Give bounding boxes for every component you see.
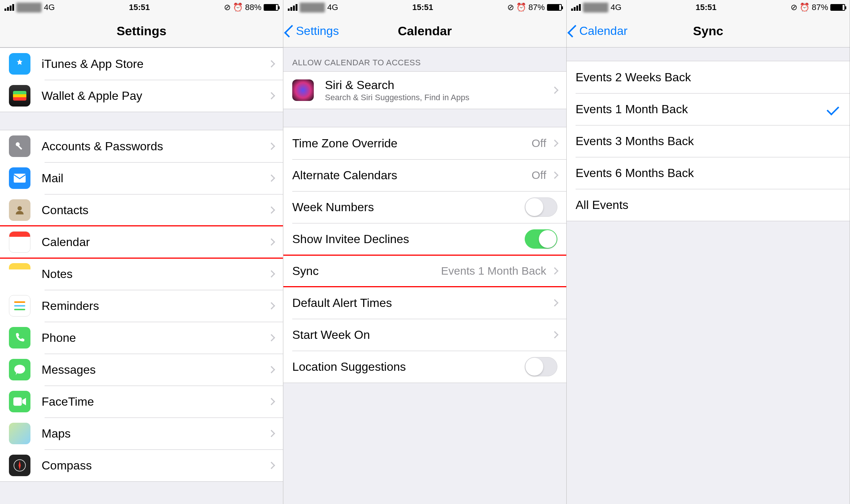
chevron-left-icon [567, 25, 580, 37]
carrier-label: ████ [16, 3, 42, 12]
alarm-icon: ⏰ [516, 3, 526, 12]
chevron-right-icon [268, 430, 275, 437]
location-suggestions-toggle[interactable] [525, 357, 557, 376]
battery-icon [547, 4, 562, 11]
row-reminders[interactable]: Reminders [0, 290, 283, 322]
siri-icon [292, 79, 314, 101]
status-time: 15:51 [696, 3, 716, 12]
row-value: Off [532, 169, 546, 181]
row-label: Default Alert Times [292, 296, 551, 310]
row-label: Week Numbers [292, 200, 525, 214]
option-label: Events 2 Weeks Back [576, 71, 841, 84]
row-subtitle: Search & Siri Suggestions, Find in Apps [325, 93, 551, 102]
row-label: Accounts & Passwords [42, 140, 267, 153]
row-label: Messages [42, 363, 267, 377]
row-label: Alternate Calendars [292, 168, 532, 182]
phone-icon [9, 327, 30, 348]
row-siri-search[interactable]: Siri & Search Search & Siri Suggestions,… [283, 72, 566, 109]
row-label: Compass [42, 459, 267, 472]
option-label: Events 6 Months Back [576, 166, 841, 180]
row-messages[interactable]: Messages [0, 354, 283, 386]
row-start-week-on[interactable]: Start Week On [283, 319, 566, 351]
settings-list[interactable]: iTunes & App Store Wallet & Apple Pay Ac… [0, 48, 283, 504]
row-label: Location Suggestions [292, 360, 525, 374]
row-value: Off [532, 137, 546, 150]
row-label: Sync [292, 264, 441, 278]
screen-settings: ████ 4G 15:51 ⊘ ⏰ 88% Settings iTunes & … [0, 0, 283, 504]
row-calendar[interactable]: Calendar [0, 226, 283, 258]
back-button[interactable]: Settings [283, 24, 339, 38]
back-label: Settings [296, 24, 339, 38]
rotation-lock-icon: ⊘ [224, 3, 231, 12]
row-label: Time Zone Override [292, 137, 532, 150]
row-phone[interactable]: Phone [0, 322, 283, 354]
option-6-months[interactable]: Events 6 Months Back [567, 157, 850, 189]
svg-point-3 [17, 206, 22, 211]
option-all-events[interactable]: All Events [567, 189, 850, 221]
chevron-left-icon [284, 25, 297, 37]
row-default-alert-times[interactable]: Default Alert Times [283, 287, 566, 319]
row-timezone-override[interactable]: Time Zone Override Off [283, 127, 566, 159]
rotation-lock-icon: ⊘ [507, 3, 514, 12]
calendar-settings-list[interactable]: Allow Calendar to Access Siri & Search S… [283, 48, 566, 504]
row-facetime[interactable]: FaceTime [0, 386, 283, 418]
row-alternate-calendars[interactable]: Alternate Calendars Off [283, 159, 566, 191]
row-label: Calendar [42, 235, 267, 249]
checkmark-icon [827, 103, 839, 115]
chevron-right-icon [551, 299, 558, 307]
row-label: Mail [42, 171, 267, 185]
row-itunes-appstore[interactable]: iTunes & App Store [0, 48, 283, 80]
option-2-weeks[interactable]: Events 2 Weeks Back [567, 61, 850, 93]
network-label: 4G [44, 3, 55, 12]
battery-icon [830, 4, 845, 11]
row-contacts[interactable]: Contacts [0, 194, 283, 226]
chevron-right-icon [268, 92, 275, 99]
svg-rect-5 [13, 397, 22, 406]
chevron-right-icon [268, 60, 275, 68]
row-sync[interactable]: Sync Events 1 Month Back [283, 255, 566, 287]
row-mail[interactable]: Mail [0, 162, 283, 194]
chevron-right-icon [268, 206, 275, 214]
signal-icon [571, 4, 581, 11]
row-week-numbers[interactable]: Week Numbers [283, 191, 566, 223]
chevron-right-icon [268, 462, 275, 469]
alarm-icon: ⏰ [233, 3, 243, 12]
row-location-suggestions[interactable]: Location Suggestions [283, 351, 566, 383]
status-bar: ████ 4G 15:51 ⊘ ⏰ 87% [283, 0, 566, 15]
row-maps[interactable]: Maps [0, 418, 283, 449]
row-compass[interactable]: Compass [0, 449, 283, 481]
week-numbers-toggle[interactable] [525, 197, 557, 217]
back-button[interactable]: Calendar [567, 24, 628, 38]
page-title: Settings [0, 24, 283, 38]
chevron-right-icon [268, 270, 275, 278]
chevron-right-icon [268, 398, 275, 405]
svg-rect-1 [18, 145, 22, 150]
nav-bar: Settings [0, 15, 283, 48]
row-label: Reminders [42, 299, 267, 313]
svg-point-0 [16, 142, 20, 146]
battery-pct: 87% [812, 3, 828, 12]
calendar-icon [9, 231, 30, 253]
status-bar: ████ 4G 15:51 ⊘ ⏰ 87% [567, 0, 850, 15]
signal-icon [288, 4, 297, 11]
option-label: Events 3 Months Back [576, 134, 841, 148]
chevron-right-icon [268, 143, 275, 150]
row-accounts-passwords[interactable]: Accounts & Passwords [0, 130, 283, 162]
sync-options-list[interactable]: Events 2 Weeks Back Events 1 Month Back … [567, 48, 850, 504]
battery-pct: 87% [528, 3, 545, 12]
row-show-invitee-declines[interactable]: Show Invitee Declines [283, 223, 566, 255]
row-notes[interactable]: Notes [0, 258, 283, 290]
invitee-declines-toggle[interactable] [525, 229, 557, 249]
chevron-right-icon [551, 267, 558, 275]
option-1-month[interactable]: Events 1 Month Back [567, 93, 850, 125]
row-label: Show Invitee Declines [292, 232, 525, 246]
option-3-months[interactable]: Events 3 Months Back [567, 125, 850, 157]
facetime-icon [9, 391, 30, 412]
row-wallet[interactable]: Wallet & Apple Pay [0, 80, 283, 112]
chevron-right-icon [551, 331, 558, 338]
battery-pct: 88% [245, 3, 261, 12]
alarm-icon: ⏰ [799, 3, 810, 12]
status-time: 15:51 [412, 3, 433, 12]
network-label: 4G [327, 3, 338, 12]
option-label: Events 1 Month Back [576, 102, 827, 116]
